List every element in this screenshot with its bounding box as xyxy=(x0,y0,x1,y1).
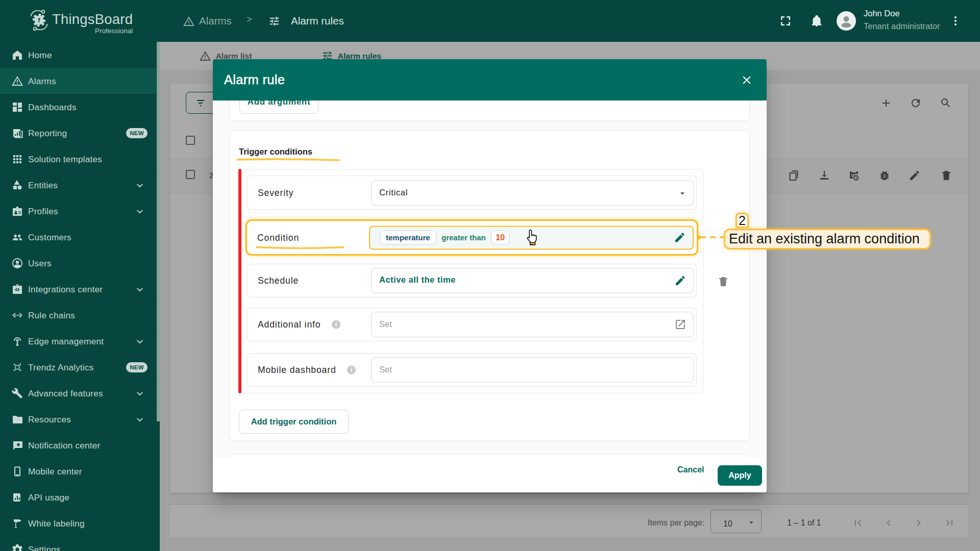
svg-text:f: f xyxy=(38,16,40,24)
